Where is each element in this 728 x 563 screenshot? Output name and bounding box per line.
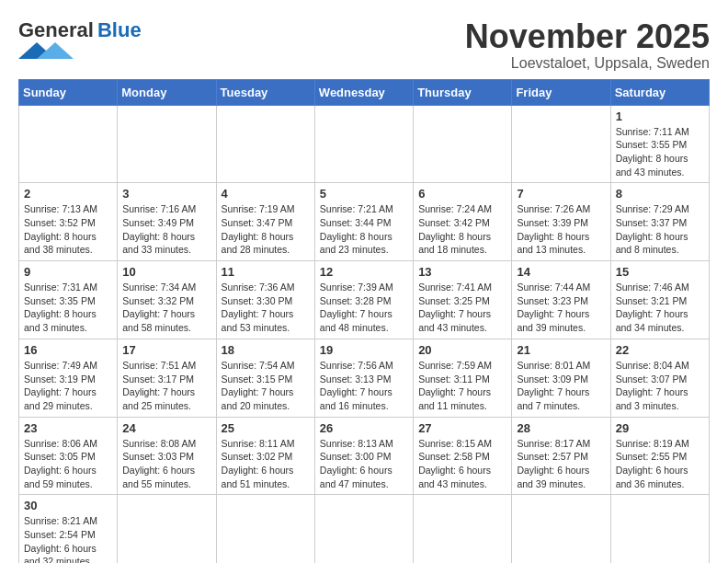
- day-number: 28: [517, 421, 605, 435]
- month-title: November 2025: [465, 18, 710, 55]
- day-info: Sunrise: 7:54 AM Sunset: 3:15 PM Dayligh…: [222, 359, 310, 413]
- day-number: 27: [418, 421, 506, 435]
- calendar-cell: [118, 105, 216, 183]
- day-info: Sunrise: 7:56 AM Sunset: 3:13 PM Dayligh…: [320, 359, 408, 413]
- calendar-cell: 23Sunrise: 8:06 AM Sunset: 3:05 PM Dayli…: [19, 417, 118, 495]
- calendar-day-header: Wednesday: [314, 79, 413, 105]
- calendar-cell: [314, 105, 413, 183]
- calendar-cell: 16Sunrise: 7:49 AM Sunset: 3:19 PM Dayli…: [19, 339, 118, 417]
- calendar-cell: [414, 105, 512, 183]
- day-info: Sunrise: 7:19 AM Sunset: 3:47 PM Dayligh…: [222, 202, 310, 257]
- calendar-cell: 12Sunrise: 7:39 AM Sunset: 3:28 PM Dayli…: [314, 261, 413, 339]
- day-info: Sunrise: 7:21 AM Sunset: 3:44 PM Dayligh…: [320, 202, 408, 257]
- calendar-day-header: Tuesday: [216, 79, 314, 105]
- calendar-cell: 5Sunrise: 7:21 AM Sunset: 3:44 PM Daylig…: [314, 183, 413, 261]
- day-number: 8: [616, 187, 704, 201]
- calendar-header-row: SundayMondayTuesdayWednesdayThursdayFrid…: [19, 79, 710, 105]
- day-number: 3: [122, 187, 210, 201]
- calendar-cell: 28Sunrise: 8:17 AM Sunset: 2:57 PM Dayli…: [512, 417, 610, 495]
- calendar-cell: 2Sunrise: 7:13 AM Sunset: 3:52 PM Daylig…: [19, 183, 118, 261]
- day-info: Sunrise: 7:29 AM Sunset: 3:37 PM Dayligh…: [616, 202, 704, 257]
- day-info: Sunrise: 7:24 AM Sunset: 3:42 PM Dayligh…: [418, 202, 506, 257]
- day-number: 2: [24, 187, 112, 201]
- location-title: Loevstaloet, Uppsala, Sweden: [465, 55, 710, 72]
- day-number: 14: [517, 265, 605, 279]
- calendar-week-row: 16Sunrise: 7:49 AM Sunset: 3:19 PM Dayli…: [19, 339, 710, 417]
- calendar-day-header: Thursday: [414, 79, 512, 105]
- day-info: Sunrise: 7:16 AM Sunset: 3:49 PM Dayligh…: [122, 202, 210, 257]
- day-info: Sunrise: 7:26 AM Sunset: 3:39 PM Dayligh…: [517, 202, 605, 257]
- day-number: 22: [616, 343, 704, 357]
- calendar-cell: 26Sunrise: 8:13 AM Sunset: 3:00 PM Dayli…: [314, 417, 413, 495]
- calendar-cell: [610, 495, 709, 563]
- day-number: 29: [616, 421, 704, 435]
- day-info: Sunrise: 7:39 AM Sunset: 3:28 PM Dayligh…: [320, 281, 408, 335]
- calendar-week-row: 23Sunrise: 8:06 AM Sunset: 3:05 PM Dayli…: [19, 417, 710, 495]
- day-info: Sunrise: 7:13 AM Sunset: 3:52 PM Dayligh…: [24, 202, 112, 257]
- day-number: 17: [122, 343, 210, 357]
- calendar-day-header: Sunday: [19, 79, 118, 105]
- calendar-cell: 19Sunrise: 7:56 AM Sunset: 3:13 PM Dayli…: [314, 339, 413, 417]
- calendar-cell: 6Sunrise: 7:24 AM Sunset: 3:42 PM Daylig…: [414, 183, 512, 261]
- calendar-cell: 13Sunrise: 7:41 AM Sunset: 3:25 PM Dayli…: [414, 261, 512, 339]
- calendar-cell: 27Sunrise: 8:15 AM Sunset: 2:58 PM Dayli…: [414, 417, 512, 495]
- calendar-day-header: Monday: [118, 79, 216, 105]
- logo-icon: [18, 42, 74, 59]
- day-number: 12: [320, 265, 408, 279]
- calendar-day-header: Saturday: [610, 79, 709, 105]
- day-info: Sunrise: 8:13 AM Sunset: 3:00 PM Dayligh…: [320, 437, 408, 491]
- day-number: 10: [122, 265, 210, 279]
- day-info: Sunrise: 7:51 AM Sunset: 3:17 PM Dayligh…: [122, 359, 210, 413]
- calendar-cell: 8Sunrise: 7:29 AM Sunset: 3:37 PM Daylig…: [610, 183, 709, 261]
- day-info: Sunrise: 8:17 AM Sunset: 2:57 PM Dayligh…: [517, 437, 605, 491]
- logo-blue-text: Blue: [97, 18, 142, 42]
- day-number: 5: [320, 187, 408, 201]
- day-info: Sunrise: 7:59 AM Sunset: 3:11 PM Dayligh…: [418, 359, 506, 413]
- title-area: November 2025 Loevstaloet, Uppsala, Swed…: [465, 18, 710, 72]
- calendar-cell: 30Sunrise: 8:21 AM Sunset: 2:54 PM Dayli…: [19, 495, 118, 563]
- day-number: 1: [616, 109, 704, 123]
- calendar-cell: [314, 495, 413, 563]
- day-info: Sunrise: 8:01 AM Sunset: 3:09 PM Dayligh…: [517, 359, 605, 413]
- logo: General Blue: [18, 18, 142, 59]
- calendar-cell: 22Sunrise: 8:04 AM Sunset: 3:07 PM Dayli…: [610, 339, 709, 417]
- day-info: Sunrise: 7:41 AM Sunset: 3:25 PM Dayligh…: [418, 281, 506, 335]
- calendar-cell: 9Sunrise: 7:31 AM Sunset: 3:35 PM Daylig…: [19, 261, 118, 339]
- calendar-cell: 15Sunrise: 7:46 AM Sunset: 3:21 PM Dayli…: [610, 261, 709, 339]
- day-number: 21: [517, 343, 605, 357]
- page-header: General Blue November 2025 Loevstaloet, …: [18, 18, 710, 72]
- calendar-cell: 20Sunrise: 7:59 AM Sunset: 3:11 PM Dayli…: [414, 339, 512, 417]
- day-number: 20: [418, 343, 506, 357]
- day-info: Sunrise: 8:15 AM Sunset: 2:58 PM Dayligh…: [418, 437, 506, 491]
- day-info: Sunrise: 8:11 AM Sunset: 3:02 PM Dayligh…: [222, 437, 310, 491]
- calendar-week-row: 9Sunrise: 7:31 AM Sunset: 3:35 PM Daylig…: [19, 261, 710, 339]
- day-number: 24: [122, 421, 210, 435]
- calendar-cell: 21Sunrise: 8:01 AM Sunset: 3:09 PM Dayli…: [512, 339, 610, 417]
- calendar-cell: 17Sunrise: 7:51 AM Sunset: 3:17 PM Dayli…: [118, 339, 216, 417]
- day-info: Sunrise: 8:04 AM Sunset: 3:07 PM Dayligh…: [616, 359, 704, 413]
- calendar-cell: 4Sunrise: 7:19 AM Sunset: 3:47 PM Daylig…: [216, 183, 314, 261]
- logo-general-text: General: [18, 18, 94, 42]
- calendar-cell: [216, 105, 314, 183]
- calendar-cell: [512, 495, 610, 563]
- day-number: 23: [24, 421, 112, 435]
- day-info: Sunrise: 7:11 AM Sunset: 3:55 PM Dayligh…: [616, 125, 704, 179]
- day-number: 11: [222, 265, 310, 279]
- calendar-cell: 18Sunrise: 7:54 AM Sunset: 3:15 PM Dayli…: [216, 339, 314, 417]
- day-number: 15: [616, 265, 704, 279]
- day-number: 19: [320, 343, 408, 357]
- day-number: 26: [320, 421, 408, 435]
- day-number: 7: [517, 187, 605, 201]
- calendar-cell: 1Sunrise: 7:11 AM Sunset: 3:55 PM Daylig…: [610, 105, 709, 183]
- day-info: Sunrise: 7:49 AM Sunset: 3:19 PM Dayligh…: [24, 359, 112, 413]
- calendar-week-row: 30Sunrise: 8:21 AM Sunset: 2:54 PM Dayli…: [19, 495, 710, 563]
- day-number: 4: [222, 187, 310, 201]
- calendar-cell: 3Sunrise: 7:16 AM Sunset: 3:49 PM Daylig…: [118, 183, 216, 261]
- day-number: 9: [24, 265, 112, 279]
- calendar-week-row: 2Sunrise: 7:13 AM Sunset: 3:52 PM Daylig…: [19, 183, 710, 261]
- calendar-cell: 10Sunrise: 7:34 AM Sunset: 3:32 PM Dayli…: [118, 261, 216, 339]
- day-number: 6: [418, 187, 506, 201]
- calendar-cell: 29Sunrise: 8:19 AM Sunset: 2:55 PM Dayli…: [610, 417, 709, 495]
- calendar-day-header: Friday: [512, 79, 610, 105]
- calendar-cell: 14Sunrise: 7:44 AM Sunset: 3:23 PM Dayli…: [512, 261, 610, 339]
